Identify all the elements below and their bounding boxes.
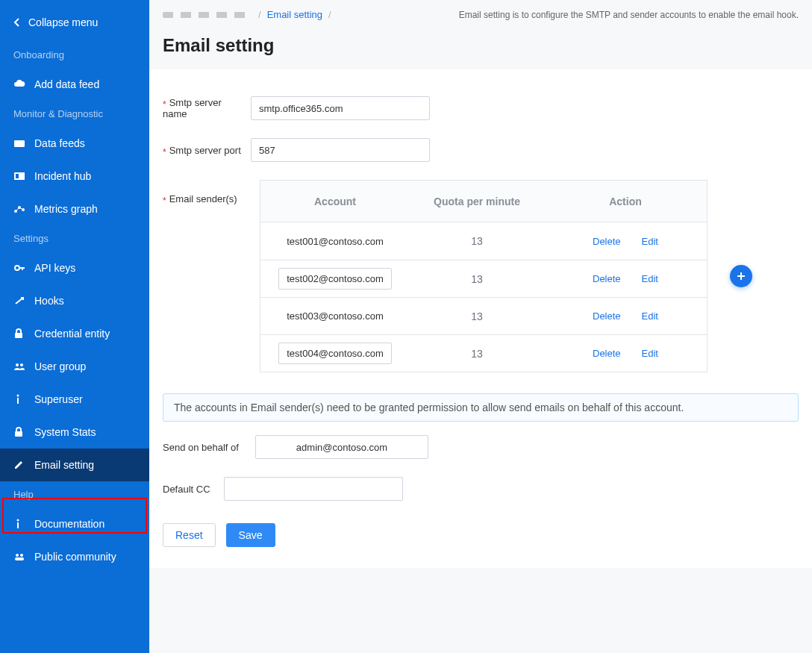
svg-point-8 [16,363,19,366]
sidebar-section-monitor: Monitor & Diagnostic [0,101,149,127]
svg-rect-0 [14,140,25,147]
reset-button[interactable]: Reset [163,523,216,547]
senders-table: Account Quota per minute Action test001@… [260,180,708,372]
sidebar-item-metrics-graph[interactable]: Metrics graph [0,193,149,225]
smtp-name-input[interactable] [251,96,430,120]
smtp-name-row: *Smtp server name [149,87,812,129]
sidebar-item-incident-hub[interactable]: Incident hub [0,160,149,193]
svg-rect-17 [15,557,24,560]
quota-cell: 13 [471,348,483,360]
svg-rect-14 [17,522,19,528]
sidebar-item-label: User group [34,360,86,372]
svg-point-16 [20,554,23,557]
folder-icon [13,139,25,148]
sidebar-item-label: Credential entity [34,328,110,340]
breadcrumb-sep: / [328,9,331,20]
lock-icon [13,328,25,339]
sidebar-item-documentation[interactable]: Documentation [0,507,149,540]
svg-rect-11 [17,398,19,404]
sidebar-item-label: Data feeds [34,137,85,149]
senders-table-head: Account Quota per minute Action [260,181,707,222]
sidebar-item-label: API keys [34,262,75,274]
collapse-menu-label: Collapse menu [28,16,98,28]
col-header-quota: Quota per minute [410,196,544,207]
smtp-name-label: *Smtp server name [163,97,242,119]
page-title: Email setting [149,28,812,69]
sidebar-item-credential-entity[interactable]: Credential entity [0,317,149,350]
sidebar-item-public-community[interactable]: Public community [0,540,149,573]
sidebar-item-label: Documentation [34,518,104,530]
smtp-port-row: *Smtp server port [149,129,812,171]
content: / Email setting / Email setting is to co… [149,0,812,653]
key-icon [13,263,25,272]
collapse-menu-button[interactable]: Collapse menu [0,0,149,42]
behalf-label: Send on behalf of [163,442,246,453]
chevron-left-icon [13,18,21,27]
table-row: test003@contoso.com13DeleteEdit [260,297,707,334]
sidebar-item-label: Superuser [34,393,83,405]
edit-link[interactable]: Edit [642,236,658,247]
sidebar-item-label: Metrics graph [34,203,98,215]
svg-rect-7 [15,333,22,338]
svg-rect-12 [15,431,22,437]
account-cell: test001@contoso.com [279,231,391,251]
svg-point-6 [15,266,19,270]
smtp-port-input[interactable] [251,138,430,162]
users-icon [13,362,25,371]
senders-row: *Email sender(s) Account Quota per minut… [149,171,812,381]
quota-cell: 13 [471,310,483,322]
sidebar-item-superuser[interactable]: Superuser [0,383,149,416]
button-row: Reset Save [149,510,812,547]
breadcrumb-current[interactable]: Email setting [267,9,322,20]
sidebar-item-label: Public community [34,551,116,563]
graph-icon [13,204,25,213]
sidebar: Collapse menu Onboarding Add data feed M… [0,0,149,653]
sidebar-item-system-stats[interactable]: System Stats [0,416,149,449]
svg-rect-2 [16,174,19,178]
sidebar-item-email-setting[interactable]: Email setting [0,449,149,481]
incident-icon [13,172,25,181]
edit-link[interactable]: Edit [642,348,658,359]
sidebar-item-user-group[interactable]: User group [0,350,149,383]
sidebar-section-onboarding: Onboarding [0,42,149,68]
delete-link[interactable]: Delete [593,273,621,284]
delete-link[interactable]: Delete [593,310,621,322]
sidebar-item-add-data-feed[interactable]: Add data feed [0,68,149,101]
sidebar-item-label: Add data feed [34,78,99,90]
cc-label: Default CC [163,484,215,495]
cloud-upload-icon [13,80,25,89]
sidebar-item-data-feeds[interactable]: Data feeds [0,127,149,160]
senders-notice: The accounts in Email sender(s) need to … [163,393,799,422]
breadcrumb: / Email setting / [163,9,331,20]
cc-input[interactable] [224,477,403,501]
sidebar-item-api-keys[interactable]: API keys [0,251,149,284]
table-row: test002@contoso.com13DeleteEdit [260,260,707,297]
info-icon [13,519,25,529]
account-cell: test003@contoso.com [279,306,391,326]
svg-point-10 [17,395,19,397]
edit-link[interactable]: Edit [642,273,658,284]
account-cell: test004@contoso.com [278,343,392,364]
edit-link[interactable]: Edit [642,310,658,322]
senders-label: *Email sender(s) [163,180,242,204]
sidebar-section-settings: Settings [0,225,149,251]
sidebar-item-hooks[interactable]: Hooks [0,284,149,317]
plus-icon [737,272,746,281]
svg-point-15 [16,554,19,557]
delete-link[interactable]: Delete [593,348,621,359]
behalf-input[interactable] [255,435,428,459]
add-sender-button[interactable] [730,265,752,287]
account-cell: test002@contoso.com [278,268,392,290]
sidebar-item-label: Email setting [34,459,94,471]
topbar: / Email setting / Email setting is to co… [149,0,812,28]
save-button[interactable]: Save [226,523,275,547]
info-icon [13,394,25,404]
lock-icon [13,427,25,437]
sidebar-item-label: Incident hub [34,170,91,182]
delete-link[interactable]: Delete [593,236,621,247]
pencil-icon [13,460,25,470]
header-help-text: Email setting is to configure the SMTP a… [459,10,799,20]
col-header-account: Account [260,196,410,207]
sidebar-section-help: Help [0,481,149,507]
smtp-port-label: *Smtp server port [163,145,242,156]
